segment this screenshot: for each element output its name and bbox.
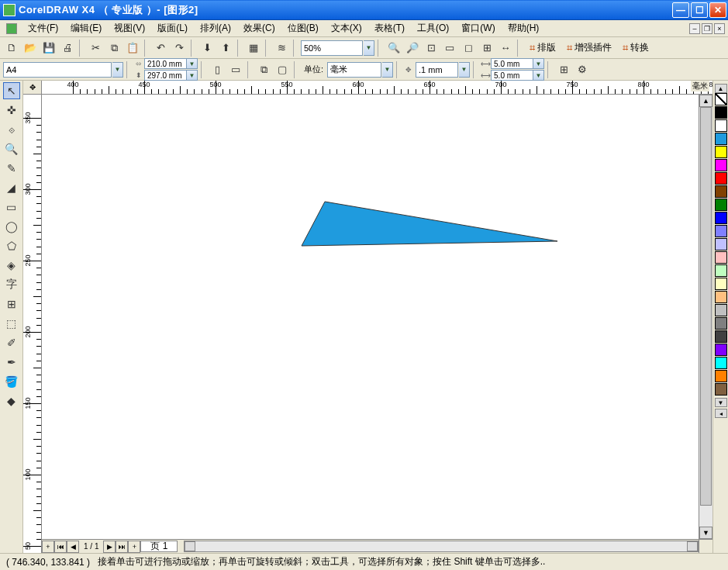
- color-swatch[interactable]: [715, 344, 727, 356]
- palette-scroll-down[interactable]: ▼: [715, 398, 727, 407]
- pick-tool[interactable]: ↖: [3, 82, 20, 99]
- menu-effects[interactable]: 效果(C): [239, 20, 280, 36]
- next-page-button[interactable]: ▶: [103, 541, 116, 553]
- close-button[interactable]: ✕: [709, 2, 726, 18]
- vertical-ruler[interactable]: 35030025020015010050: [23, 95, 42, 553]
- color-swatch[interactable]: [715, 264, 727, 277]
- add-page-button[interactable]: +: [42, 541, 54, 553]
- copy-button[interactable]: ⧉: [105, 40, 122, 57]
- color-swatch[interactable]: [715, 357, 727, 369]
- menu-layout[interactable]: 版面(L): [153, 20, 192, 36]
- zoom-selection-button[interactable]: ◻: [460, 40, 477, 57]
- dup-y-spinner[interactable]: [533, 70, 544, 81]
- portrait-button[interactable]: ▯: [209, 61, 226, 78]
- menu-edit[interactable]: 编辑(E): [66, 20, 106, 36]
- page-tab[interactable]: 页 1: [140, 541, 178, 552]
- color-swatch[interactable]: [715, 172, 727, 185]
- freehand-tool[interactable]: ✎: [3, 160, 20, 177]
- vscroll-track[interactable]: [699, 107, 712, 527]
- dup-x-spinner[interactable]: [533, 58, 544, 69]
- zoom-out-button[interactable]: 🔎: [404, 40, 421, 57]
- app-launcher-button[interactable]: ▦: [245, 40, 262, 57]
- ruler-origin[interactable]: ✥: [23, 81, 42, 95]
- open-button[interactable]: 📂: [22, 40, 39, 57]
- add-page-after-button[interactable]: +: [128, 541, 140, 553]
- color-swatch[interactable]: [715, 291, 727, 303]
- minimize-button[interactable]: —: [672, 2, 689, 18]
- menu-help[interactable]: 帮助(H): [503, 20, 544, 36]
- zoom-in-button[interactable]: 🔍: [385, 40, 402, 57]
- color-swatch[interactable]: [715, 159, 727, 171]
- unit-combo[interactable]: [327, 62, 393, 78]
- import-button[interactable]: ⬇: [198, 40, 216, 57]
- color-swatch[interactable]: [715, 212, 727, 224]
- polygon-tool[interactable]: ⬠: [3, 237, 20, 254]
- unit-input[interactable]: [327, 62, 381, 78]
- menu-window[interactable]: 窗口(W): [457, 20, 499, 36]
- eyedropper-tool[interactable]: ✐: [3, 334, 20, 351]
- color-swatch[interactable]: [715, 330, 727, 343]
- shape-tool[interactable]: ✜: [3, 102, 20, 119]
- interactive-fill-tool[interactable]: ◆: [3, 392, 20, 409]
- color-swatch[interactable]: [715, 317, 727, 330]
- interactive-tool[interactable]: ⬚: [3, 315, 20, 332]
- mdi-minimize[interactable]: –: [689, 23, 700, 34]
- menu-view[interactable]: 视图(V): [109, 20, 150, 36]
- color-swatch[interactable]: [715, 304, 727, 316]
- first-page-button[interactable]: ⏮: [54, 541, 67, 553]
- color-swatch[interactable]: [715, 383, 727, 396]
- height-spinner[interactable]: [187, 70, 198, 81]
- width-spinner[interactable]: [187, 58, 198, 69]
- menu-table[interactable]: 表格(T): [370, 20, 409, 36]
- cut-button[interactable]: ✂: [87, 40, 104, 57]
- dup-x-input[interactable]: [491, 58, 533, 69]
- nudge-input[interactable]: [416, 62, 458, 78]
- enhance-plugin-button[interactable]: ⌗增强插件: [562, 40, 616, 57]
- zoom-input[interactable]: [301, 40, 363, 56]
- color-swatch[interactable]: [715, 106, 727, 119]
- unit-dropdown[interactable]: [382, 62, 393, 78]
- color-swatch[interactable]: [715, 133, 727, 145]
- menu-arrange[interactable]: 排列(A): [195, 20, 236, 36]
- redo-button[interactable]: ↷: [171, 40, 188, 57]
- current-page-button[interactable]: ▢: [274, 61, 291, 78]
- triangle-shape[interactable]: [298, 199, 561, 292]
- zoom-width-button[interactable]: ↔: [497, 40, 514, 57]
- color-swatch[interactable]: [715, 119, 727, 132]
- crop-tool[interactable]: ⟐: [3, 121, 20, 138]
- menu-tools[interactable]: 工具(O): [412, 20, 454, 36]
- vertical-scrollbar[interactable]: ▲ ▼: [699, 95, 712, 539]
- rectangle-tool[interactable]: ▭: [3, 199, 20, 216]
- snap-options-button[interactable]: ⊞: [555, 61, 572, 78]
- color-swatch[interactable]: [715, 251, 727, 264]
- ellipse-tool[interactable]: ◯: [3, 218, 20, 235]
- zoom-tool[interactable]: 🔍: [3, 140, 20, 157]
- zoom-all-button[interactable]: ⊞: [478, 40, 495, 57]
- menu-file[interactable]: 文件(F): [23, 20, 63, 36]
- color-swatch[interactable]: [715, 225, 727, 237]
- page-height-input[interactable]: [144, 70, 187, 81]
- outline-tool[interactable]: ✒: [3, 354, 20, 371]
- color-swatch[interactable]: [715, 238, 727, 250]
- save-button[interactable]: 💾: [40, 40, 57, 57]
- mdi-restore[interactable]: ❐: [702, 23, 712, 34]
- all-pages-button[interactable]: ⧉: [255, 61, 272, 78]
- basic-shapes-tool[interactable]: ◈: [3, 257, 20, 274]
- table-tool[interactable]: ⊞: [3, 295, 20, 313]
- color-swatch[interactable]: [715, 146, 727, 158]
- export-button[interactable]: ⬆: [217, 40, 234, 57]
- paper-size-combo[interactable]: [3, 62, 123, 78]
- color-swatch[interactable]: [715, 199, 727, 211]
- print-button[interactable]: 🖨: [59, 40, 76, 57]
- zoom-dropdown[interactable]: [364, 40, 374, 56]
- text-tool[interactable]: 字: [3, 276, 20, 293]
- paper-size-dropdown[interactable]: [112, 62, 123, 78]
- palette-flyout[interactable]: ◂: [715, 409, 727, 418]
- undo-button[interactable]: ↶: [152, 40, 169, 57]
- zoom-page-button[interactable]: ▭: [441, 40, 458, 57]
- color-swatch[interactable]: [715, 370, 727, 382]
- page-width-input[interactable]: [144, 58, 187, 69]
- menu-text[interactable]: 文本(X): [326, 20, 367, 36]
- horizontal-scrollbar[interactable]: [184, 541, 699, 552]
- no-color-swatch[interactable]: [715, 93, 727, 105]
